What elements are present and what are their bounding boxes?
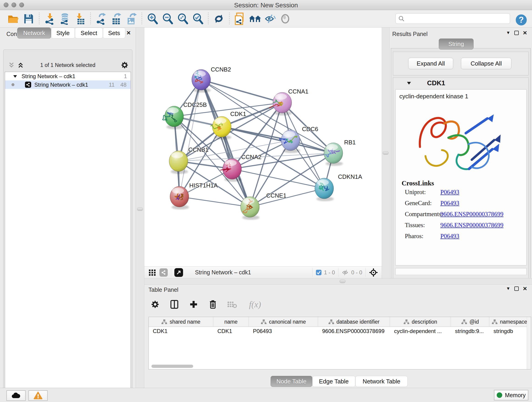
crosslink-link[interactable]: 9606.ENSP00000378699 (440, 211, 503, 218)
delete-column-button[interactable] (206, 298, 220, 311)
tab-node-table[interactable]: Node Table (271, 376, 312, 387)
export-table-button[interactable] (109, 12, 124, 26)
table-cell[interactable]: stringdb:9... (451, 327, 489, 336)
open-session-button[interactable] (6, 12, 21, 26)
table-cell[interactable]: cyclin-dependent ... (390, 327, 451, 336)
eye-icon (280, 14, 291, 24)
table-panel-menu-button[interactable]: ▼ (506, 286, 510, 291)
main-toolbar: ? (0, 10, 532, 27)
table-vertical-scrollbar[interactable] (527, 317, 531, 369)
results-panel-menu-button[interactable]: ▼ (506, 30, 510, 35)
collapse-all-button[interactable]: Collapse All (461, 58, 511, 69)
apply-layout-button[interactable] (211, 12, 226, 26)
warnings-button[interactable] (28, 390, 48, 401)
import-table-button[interactable] (72, 12, 88, 26)
node-label-CCNA1: CCNA1 (288, 88, 308, 95)
crosslink-link[interactable]: P06493 (440, 189, 459, 196)
column-header-namespace[interactable]: namespace (489, 317, 531, 327)
column-label: @id (469, 319, 479, 325)
network-canvas[interactable]: CCNB2CCNA1CDC25BCDK1CDC6RB1CCNB1CCNA2CDK… (144, 27, 382, 266)
control-panel-close-button[interactable]: × (127, 31, 131, 35)
column-header--id[interactable]: @id (451, 317, 489, 327)
tab-style[interactable]: Style (51, 27, 75, 38)
table-horizontal-scrollbar[interactable] (152, 365, 193, 368)
expand-all-button[interactable]: Expand All (408, 58, 453, 69)
search-input[interactable] (406, 15, 507, 22)
trash-icon (209, 300, 217, 309)
show-columns-button[interactable] (168, 298, 181, 311)
network-edge-CDKN1A-CCNE1[interactable] (250, 188, 324, 207)
table-panel-close-button[interactable]: × (523, 286, 527, 291)
tree-expander-icon[interactable] (13, 75, 17, 78)
column-header-database-identifier[interactable]: database identifier (318, 317, 390, 327)
splitter-grip[interactable] (340, 280, 346, 283)
crosslink-link[interactable]: 9606.ENSP00000378699 (440, 222, 503, 229)
column-header-canonical-name[interactable]: canonical name (249, 317, 318, 327)
hide-selected-button[interactable] (263, 12, 278, 26)
tab-network-table[interactable]: Network Table (355, 376, 408, 387)
gear-icon[interactable] (121, 61, 128, 69)
tab-sets[interactable]: Sets (103, 27, 125, 38)
grid-view-icon[interactable] (148, 269, 156, 276)
network-edge-HIST1H1A-CCNE1[interactable] (179, 197, 250, 207)
table-cell[interactable]: CDK1 (149, 327, 213, 336)
function-builder-button[interactable]: f(x) (245, 298, 265, 311)
help-button[interactable]: ? (514, 13, 529, 27)
network-tree-root-row[interactable]: String Network – cdk1 1 (5, 72, 131, 80)
detach-view-button[interactable] (174, 268, 183, 277)
zoom-out-button[interactable] (160, 12, 175, 26)
network-view-icon[interactable] (159, 268, 168, 277)
save-session-button[interactable] (21, 12, 36, 26)
splitter-grip[interactable] (137, 207, 143, 211)
table-cell[interactable]: stringdb (489, 327, 531, 336)
tab-network[interactable]: Network (17, 27, 51, 38)
column-header-name[interactable]: name (213, 317, 249, 327)
table-panel-float-button[interactable] (514, 287, 519, 291)
section-collapse-icon[interactable] (406, 81, 412, 85)
tab-string[interactable]: String (439, 38, 474, 50)
table-settings-button[interactable] (148, 298, 162, 311)
export-network-button[interactable] (94, 12, 109, 26)
network-edge-CCNA2-CDKN1A[interactable] (232, 169, 324, 188)
zoom-in-button[interactable] (145, 12, 160, 26)
import-network-button[interactable] (42, 12, 57, 26)
right-panel-splitter[interactable] (382, 27, 389, 278)
tab-select[interactable]: Select (75, 27, 103, 38)
network-node-HIST1H1A[interactable]: HIST1H1A (170, 182, 218, 210)
crosslink-link[interactable]: P06493 (440, 200, 459, 207)
export-image-button[interactable] (124, 12, 139, 26)
table-toolbar: f(x) (148, 295, 529, 314)
cloud-status-button[interactable] (6, 390, 26, 401)
column-header-shared-name[interactable]: shared name (149, 317, 213, 327)
results-panel-close-button[interactable]: × (523, 31, 527, 35)
network-node-CCNE1[interactable]: CCNE1 (241, 192, 286, 220)
zoom-fit-button[interactable] (175, 12, 190, 26)
add-column-button[interactable] (187, 298, 200, 311)
network-node-CDKN1A[interactable]: CDKN1A (315, 173, 362, 201)
table-cell[interactable]: P06493 (249, 327, 318, 336)
selected-checkbox-icon[interactable] (316, 269, 322, 275)
left-panel-splitter[interactable] (136, 27, 144, 388)
network-edge-CCNB2-CCNA1[interactable] (201, 80, 282, 103)
import-network-from-database-button[interactable] (57, 12, 72, 26)
table-cell[interactable]: 9606.ENSP00000378699 (318, 327, 390, 336)
table-panel: Table Panel ▼ × (144, 285, 532, 388)
hidden-eye-slash-icon (342, 269, 349, 276)
results-panel-float-button[interactable] (514, 31, 519, 35)
delete-table-button[interactable] (225, 298, 239, 311)
memory-button[interactable]: Memory (494, 390, 528, 400)
first-neighbors-button[interactable] (247, 12, 263, 26)
clone-network-button[interactable] (232, 12, 247, 26)
tab-edge-table[interactable]: Edge Table (312, 376, 355, 387)
table-panel-splitter[interactable] (144, 278, 532, 285)
show-all-button[interactable] (278, 12, 293, 26)
zoom-selected-button[interactable] (190, 12, 205, 26)
splitter-grip[interactable] (383, 151, 389, 155)
column-header-description[interactable]: description (390, 317, 451, 327)
table-cell[interactable]: CDK1 (213, 327, 249, 336)
birds-eye-crosshair-icon[interactable] (369, 268, 378, 277)
network-node-RB1[interactable]: RB1 (324, 139, 356, 166)
crosslink-link[interactable]: P06493 (440, 233, 459, 240)
network-node-CCNB2[interactable]: CCNB2 (192, 66, 231, 93)
network-tree-row-selected[interactable]: String Network – cdk1 11 48 (5, 80, 131, 89)
